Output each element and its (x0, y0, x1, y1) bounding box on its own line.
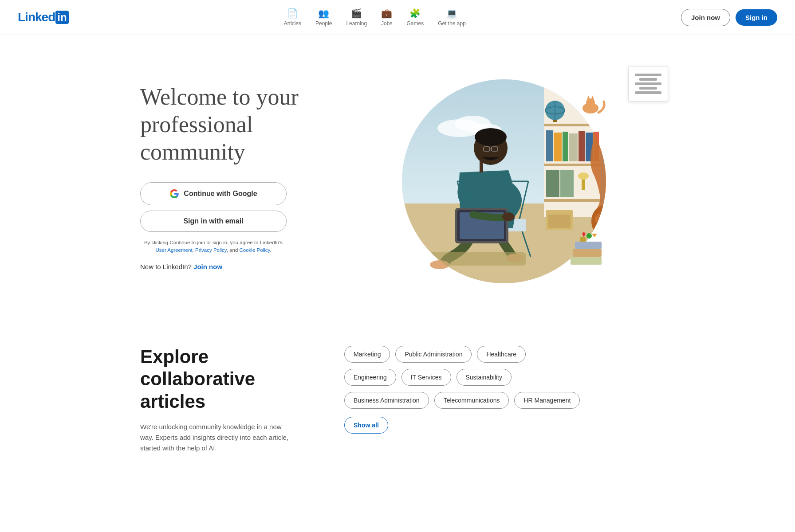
tag-hr-management[interactable]: HR Management (514, 392, 580, 409)
svg-marker-62 (592, 234, 597, 237)
nav-get-app-label: Get the app (438, 20, 466, 27)
tag-engineering[interactable]: Engineering (344, 369, 396, 386)
sign-in-button[interactable]: Sign in (736, 9, 777, 26)
show-all-button[interactable]: Show all (344, 417, 388, 434)
svg-point-32 (591, 206, 616, 237)
games-icon: 🧩 (409, 8, 421, 19)
articles-icon: 📄 (287, 8, 298, 19)
svg-rect-57 (573, 249, 602, 257)
explore-description: We're unlocking community knowledge in a… (140, 422, 291, 454)
svg-point-48 (502, 212, 515, 221)
sign-in-with-email-button[interactable]: Sign in with email (140, 211, 287, 232)
svg-rect-14 (553, 120, 557, 122)
svg-rect-27 (560, 170, 574, 197)
doc-line-3 (635, 82, 661, 85)
explore-title: Explore collaborative articles (140, 346, 309, 413)
logo[interactable]: Linkedin (18, 10, 69, 24)
cookie-policy-link[interactable]: Cookie Policy (239, 247, 270, 253)
privacy-policy-link[interactable]: Privacy Policy (195, 247, 227, 253)
doc-line-5 (635, 91, 661, 94)
nav-games-label: Games (406, 20, 424, 27)
explore-left: Explore collaborative articles We're unl… (140, 346, 309, 454)
doc-line-2 (639, 78, 657, 81)
doc-line-1 (635, 74, 661, 76)
tag-marketing[interactable]: Marketing (344, 346, 390, 363)
explore-tags: Marketing Public Administration Healthca… (344, 346, 655, 434)
people-icon: 👥 (318, 8, 329, 19)
nav-get-the-app[interactable]: 💻 Get the app (433, 5, 471, 29)
hero-illustration (327, 62, 673, 292)
tag-telecommunications[interactable]: Telecommunications (434, 392, 509, 409)
get-app-icon: 💻 (446, 8, 457, 19)
hero-svg-illustration (371, 62, 628, 292)
jobs-icon: 💼 (381, 8, 392, 19)
svg-rect-8 (544, 124, 602, 126)
tag-row-3: Business Administration Telecommunicatio… (344, 392, 655, 409)
svg-marker-17 (587, 95, 590, 100)
svg-point-29 (578, 172, 589, 180)
nav-jobs-label: Jobs (381, 20, 392, 27)
nav-articles-label: Articles (284, 20, 301, 27)
continue-with-google-button[interactable]: Continue with Google (140, 182, 287, 205)
svg-rect-21 (563, 132, 568, 161)
svg-rect-22 (569, 133, 578, 161)
tag-healthcare[interactable]: Healthcare (477, 346, 526, 363)
legal-text: By clicking Continue to join or sign in,… (140, 239, 287, 254)
nav-jobs[interactable]: 💼 Jobs (376, 5, 398, 29)
svg-rect-20 (554, 133, 562, 161)
svg-rect-10 (544, 199, 602, 202)
header-actions: Join now Sign in (681, 9, 777, 26)
svg-rect-56 (571, 257, 602, 265)
svg-rect-26 (546, 170, 559, 197)
hero-section: Welcome to your professional community C… (87, 35, 708, 319)
hero-title: Welcome to your professional community (140, 83, 327, 166)
svg-marker-18 (591, 95, 594, 100)
svg-rect-23 (579, 131, 585, 161)
tag-row-2: Engineering IT Services Sustainability (344, 369, 655, 386)
svg-point-33 (595, 212, 613, 226)
user-agreement-link[interactable]: User Agreement (155, 247, 192, 253)
email-btn-label: Sign in with email (183, 217, 243, 225)
tag-it-services[interactable]: IT Services (401, 369, 451, 386)
nav-learning[interactable]: 🎬 Learning (341, 5, 372, 29)
google-icon (169, 189, 179, 199)
tag-row-1: Marketing Public Administration Healthca… (344, 346, 655, 363)
join-now-button[interactable]: Join now (681, 9, 730, 26)
svg-rect-59 (580, 237, 586, 242)
nav-learning-label: Learning (346, 20, 367, 27)
logo-in: in (55, 11, 68, 24)
google-btn-label: Continue with Google (184, 190, 257, 198)
document-card (628, 66, 668, 102)
tag-business-administration[interactable]: Business Administration (344, 392, 429, 409)
nav-articles[interactable]: 📄 Articles (279, 5, 307, 29)
svg-rect-58 (575, 242, 602, 249)
new-to-linkedin: New to LinkedIn? Join now (140, 263, 327, 270)
logo-linked: Linked (18, 10, 55, 24)
nav-people-label: People (315, 20, 332, 27)
main-nav: 📄 Articles 👥 People 🎬 Learning 💼 Jobs 🧩 … (279, 5, 471, 29)
svg-point-61 (586, 233, 592, 239)
nav-games[interactable]: 🧩 Games (401, 5, 429, 29)
doc-line-4 (639, 87, 657, 90)
nav-people[interactable]: 👥 People (310, 5, 337, 29)
svg-rect-31 (548, 215, 571, 228)
svg-point-51 (475, 128, 507, 146)
tag-sustainability[interactable]: Sustainability (457, 369, 512, 386)
learning-icon: 🎬 (351, 8, 362, 19)
tag-public-administration[interactable]: Public Administration (395, 346, 472, 363)
explore-section: Explore collaborative articles We're unl… (87, 319, 708, 480)
join-now-link[interactable]: Join now (193, 263, 222, 270)
hero-left: Welcome to your professional community C… (140, 83, 327, 271)
svg-rect-19 (546, 130, 553, 161)
